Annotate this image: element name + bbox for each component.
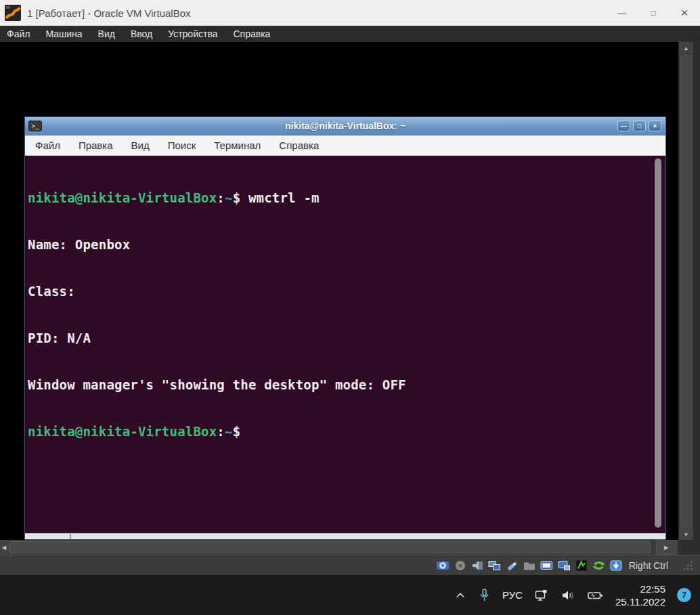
horizontal-scrollbar-thumb[interactable]: [9, 541, 651, 553]
prompt-user: nikita@nikita-VirtualBox: [28, 424, 217, 439]
notification-badge[interactable]: 7: [677, 588, 691, 602]
speaker-icon[interactable]: [561, 589, 575, 602]
vm-horizontal-scrollbar[interactable]: ◀ ▶: [0, 540, 678, 555]
terminal-prompt-line: nikita@nikita-VirtualBox:~$: [28, 424, 663, 440]
cast-display-icon[interactable]: [534, 589, 549, 602]
terminal-menu-edit[interactable]: Правка: [79, 140, 113, 151]
scroll-right-icon[interactable]: ▶: [656, 540, 676, 555]
prompt-separator: :: [217, 190, 225, 205]
virtualbox-menubar: Файл Машина Вид Ввод Устройства Справка: [0, 26, 700, 42]
terminal-title: nikita@nikita-VirtualBox: ~: [25, 121, 665, 131]
window-controls: — □ ×: [607, 0, 700, 26]
audio-icon[interactable]: [471, 560, 483, 571]
vm-screen-area: >_ nikita@nikita-VirtualBox: ~ — □ × Фай…: [0, 42, 700, 555]
terminal-window-controls: — □ ×: [617, 121, 661, 131]
prompt-path: ~: [225, 190, 233, 205]
prompt-path: ~: [225, 424, 233, 439]
prompt-symbol: $: [233, 424, 241, 439]
tray-date: 25.11.2022: [615, 595, 665, 608]
terminal-command-line: nikita@nikita-VirtualBox:~$ wmctrl -m: [28, 190, 663, 206]
vbox-status-icons: Right Ctrl: [436, 560, 700, 571]
maximize-button[interactable]: □: [638, 0, 669, 26]
battery-charging-icon[interactable]: [587, 589, 604, 602]
terminal-window[interactable]: >_ nikita@nikita-VirtualBox: ~ — □ × Фай…: [24, 116, 666, 540]
terminal-close-button[interactable]: ×: [649, 121, 661, 131]
prompt-symbol: $: [233, 190, 241, 205]
prompt-separator: :: [217, 424, 225, 439]
virtualbox-window: 1 [Работает] - Oracle VM VirtualBox — □ …: [0, 0, 700, 615]
vm-vertical-scrollbar[interactable]: ▲ ▼: [678, 42, 693, 540]
display-icon[interactable]: [540, 560, 553, 571]
window-titlebar: 1 [Работает] - Oracle VM VirtualBox — □ …: [0, 0, 700, 26]
hard-disk-icon[interactable]: [436, 560, 450, 571]
vbox-menu-file[interactable]: Файл: [7, 28, 30, 39]
scroll-left-icon[interactable]: ◀: [0, 540, 8, 555]
scrollbar-divider: [70, 534, 71, 539]
recording-icon[interactable]: [558, 560, 571, 571]
terminal-maximize-button[interactable]: □: [633, 121, 646, 131]
prompt-user: nikita@nikita-VirtualBox: [28, 190, 217, 205]
terminal-titlebar[interactable]: >_ nikita@nikita-VirtualBox: ~ — □ ×: [25, 117, 665, 135]
terminal-output-line: Class:: [28, 284, 663, 299]
microphone-icon[interactable]: [478, 588, 491, 603]
tray-chevron-up-icon[interactable]: [454, 589, 466, 601]
terminal-menu-terminal[interactable]: Терминал: [214, 140, 261, 151]
vertical-scrollbar-thumb[interactable]: [680, 55, 692, 528]
terminal-menu-search[interactable]: Поиск: [168, 140, 196, 151]
features-icon[interactable]: [575, 560, 588, 571]
windows-taskbar: РУС 22:55 25.11.2022 7: [0, 575, 700, 615]
scrollbar-corner: [678, 540, 700, 555]
usb-icon[interactable]: [506, 560, 519, 571]
close-button[interactable]: ×: [669, 0, 700, 26]
terminal-minimize-button[interactable]: —: [617, 121, 630, 131]
language-indicator[interactable]: РУС: [502, 589, 523, 601]
shared-folders-icon[interactable]: [523, 560, 535, 571]
resize-grip[interactable]: [682, 560, 693, 571]
terminal-menu-help[interactable]: Справка: [279, 140, 319, 151]
tray-time: 22:55: [640, 582, 665, 595]
system-tray: РУС 22:55 25.11.2022 7: [454, 582, 700, 608]
terminal-output-line: PID: N/A: [28, 331, 663, 346]
optical-disc-icon[interactable]: [454, 560, 466, 571]
mouse-integration-icon[interactable]: [592, 560, 605, 571]
keyboard-icon[interactable]: [610, 560, 622, 571]
vbox-statusbar: Right Ctrl: [0, 555, 700, 575]
vbox-menu-devices[interactable]: Устройства: [168, 28, 217, 39]
vbox-menu-input[interactable]: Ввод: [131, 28, 152, 39]
minimize-button[interactable]: —: [607, 0, 638, 26]
scroll-down-icon[interactable]: ▼: [679, 529, 693, 540]
scroll-up-icon[interactable]: ▲: [679, 42, 693, 54]
virtualbox-app-icon: [5, 5, 21, 21]
terminal-command: wmctrl -m: [248, 190, 320, 205]
window-title: 1 [Работает] - Oracle VM VirtualBox: [27, 7, 191, 19]
host-key-label: Right Ctrl: [629, 560, 668, 571]
terminal-menubar: Файл Правка Вид Поиск Терминал Справка: [25, 135, 665, 156]
terminal-output-line: Name: Openbox: [28, 237, 663, 253]
clock[interactable]: 22:55 25.11.2022: [615, 582, 665, 608]
terminal-output-line: Window manager's "showing the desktop" m…: [28, 377, 663, 393]
terminal-menu-file[interactable]: Файл: [35, 140, 60, 151]
vbox-menu-help[interactable]: Справка: [233, 28, 270, 39]
terminal-bottom-scrollbar[interactable]: [25, 533, 665, 539]
network-icon[interactable]: [488, 560, 501, 571]
vbox-menu-view[interactable]: Вид: [98, 28, 115, 39]
terminal-content[interactable]: nikita@nikita-VirtualBox:~$ wmctrl -m Na…: [25, 156, 665, 533]
terminal-scrollbar-thumb[interactable]: [655, 158, 661, 528]
vbox-menu-machine[interactable]: Машина: [45, 28, 82, 39]
terminal-menu-view[interactable]: Вид: [131, 140, 150, 151]
